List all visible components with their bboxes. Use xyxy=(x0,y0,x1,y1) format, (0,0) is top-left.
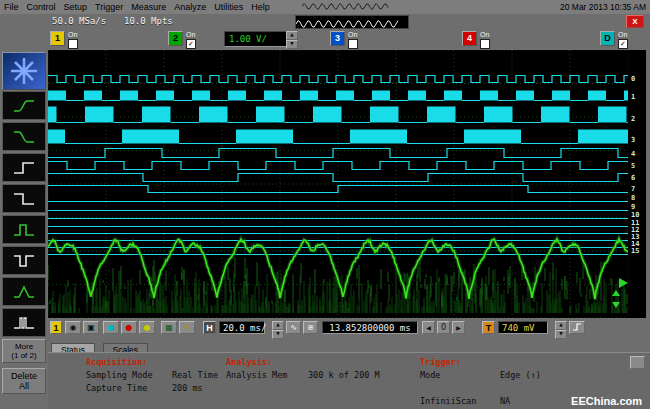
menu-measure[interactable]: Measure xyxy=(127,2,170,12)
delay-field[interactable]: 13.852800000 ms xyxy=(322,321,418,334)
scope-app-icon[interactable] xyxy=(2,52,46,90)
sidebar-toolbar: More (1 of 2) Delete All xyxy=(0,50,48,409)
horizontal-section-chip[interactable]: H xyxy=(203,321,216,334)
digital-channel-label-15: 15 xyxy=(631,247,645,255)
channel-2-scale-field[interactable]: 1.00 V/ xyxy=(224,31,288,47)
digital-channel-label-0: 0 xyxy=(631,75,645,83)
capture-time-label: Capture Time xyxy=(86,382,172,395)
digital-channel-label-9: 9 xyxy=(631,203,645,211)
burst-pulse-icon xyxy=(9,314,39,332)
menu-analyze[interactable]: Analyze xyxy=(170,2,210,12)
menu-setup[interactable]: Setup xyxy=(60,2,92,12)
menu-utilities[interactable]: Utilities xyxy=(210,2,247,12)
digital-checkbox[interactable]: ✓ xyxy=(618,39,628,49)
channel-4-button[interactable]: 4 xyxy=(462,31,477,46)
burst-pulse-tool-button[interactable] xyxy=(2,308,46,337)
channel-2-on-label: On xyxy=(186,31,195,39)
smooth-rise-tool-button[interactable] xyxy=(2,91,46,120)
channel-1-checkbox[interactable] xyxy=(68,39,78,49)
delay-left-icon[interactable]: ◀ xyxy=(422,321,435,334)
trigger-level-spinner: ▲ ▼ xyxy=(555,321,567,339)
pulse-low-icon xyxy=(9,252,39,270)
delete-all-label-2: All xyxy=(19,381,29,391)
delete-all-button[interactable]: Delete All xyxy=(2,368,46,394)
digital-channel-label-1: 1 xyxy=(631,93,645,101)
menubar: File Control Setup Trigger Measure Analy… xyxy=(0,0,650,15)
analysis-mem-value: 300 k of 200 M xyxy=(308,370,380,380)
timebase-down-icon[interactable]: ▼ xyxy=(272,330,284,339)
search-wave-button[interactable]: ≋ xyxy=(303,321,318,334)
digital-channel-label-8: 8 xyxy=(631,194,645,202)
smooth-fall-tool-button[interactable] xyxy=(2,122,46,151)
datetime-readout: 20 Mar 2013 10:35 AM xyxy=(560,2,650,12)
pulse-high-icon xyxy=(9,221,39,239)
analysis-header: Analysis: xyxy=(226,356,380,369)
channel-3-button[interactable]: 3 xyxy=(330,31,345,46)
sample-rate-readout: 50.0 MSa/s xyxy=(52,16,106,26)
close-button[interactable]: X xyxy=(626,15,644,28)
menu-control[interactable]: Control xyxy=(23,2,60,12)
infiniiscan-value: NA xyxy=(500,396,510,406)
active-channel-chip[interactable]: 1 xyxy=(50,321,62,334)
trigger-mode-label: Mode xyxy=(420,369,500,382)
menu-file[interactable]: File xyxy=(0,2,23,12)
waveform-preview-strip xyxy=(295,15,409,29)
digital-channels-button[interactable]: D xyxy=(600,31,615,46)
trigger-down-icon[interactable]: ▼ xyxy=(555,330,567,339)
trigger-header: Trigger: xyxy=(420,356,541,369)
marker-yellow-button[interactable]: ● xyxy=(139,321,155,334)
trigger-edge-button[interactable] xyxy=(569,321,585,334)
trigger-level-field[interactable]: 740 mV xyxy=(498,321,548,334)
panel-toggle-button[interactable]: ▣ xyxy=(83,321,99,334)
pulse-low-tool-button[interactable] xyxy=(2,246,46,275)
smooth-rise-icon xyxy=(9,97,39,115)
trigger-section-chip[interactable]: T xyxy=(482,321,495,334)
analysis-column: Analysis: Analysis Mem300 k of 200 M xyxy=(226,356,380,382)
delay-right-icon[interactable]: ▶ xyxy=(452,321,465,334)
channel-2-button[interactable]: 2 xyxy=(168,31,183,46)
triangle-pulse-tool-button[interactable] xyxy=(2,277,46,306)
digital-on-label: On xyxy=(618,31,627,39)
zoom-wave-button[interactable]: ∿ xyxy=(286,321,301,334)
marker-red-button[interactable]: ● xyxy=(121,321,137,334)
channel-3-checkbox[interactable] xyxy=(348,39,358,49)
channel-2-scale-spinner: ▲ ▼ xyxy=(286,31,298,49)
waveform-display[interactable]: 0123456789101112131415 xyxy=(48,50,646,318)
bottom-tabs: Status Scales xyxy=(48,339,148,352)
menu-trigger[interactable]: Trigger xyxy=(91,2,127,12)
oscilloscope-app-window: File Control Setup Trigger Measure Analy… xyxy=(0,0,650,409)
channel-bar: 1 On 2 On ✓ 1.00 V/ ▲ ▼ 3 On 4 xyxy=(0,28,650,50)
step-fall-icon xyxy=(9,190,39,208)
channel-1-button[interactable]: 1 xyxy=(50,31,65,46)
timebase-field[interactable]: 20.0 ms/ xyxy=(219,321,265,334)
channel-4-checkbox[interactable] xyxy=(480,39,490,49)
scale-up-icon[interactable]: ▲ xyxy=(286,31,298,40)
screen-capture-button[interactable]: ▦ xyxy=(161,321,177,334)
more-tools-button[interactable]: More (1 of 2) xyxy=(2,339,46,363)
menu-help[interactable]: Help xyxy=(247,2,274,12)
step-rise-tool-button[interactable] xyxy=(2,153,46,182)
knob-assign-button[interactable]: ◉ xyxy=(65,321,81,334)
scale-down-icon[interactable]: ▼ xyxy=(286,40,298,49)
triangle-pulse-icon xyxy=(9,283,39,301)
digital-channel-label-3: 3 xyxy=(631,136,645,144)
acquisition-bar: 50.0 MSa/s 10.0 Mpts X xyxy=(0,14,650,28)
channel-2-checkbox[interactable]: ✓ xyxy=(186,39,196,49)
delay-zero-button[interactable]: 0 xyxy=(437,321,450,334)
panel-options-button[interactable] xyxy=(630,356,645,369)
step-fall-tool-button[interactable] xyxy=(2,184,46,213)
digital-channel-label-7: 7 xyxy=(631,185,645,193)
marker-cyan-button[interactable]: ● xyxy=(103,321,119,334)
channel-2-group: 2 On ✓ xyxy=(168,31,196,49)
brightness-button[interactable]: ✳ xyxy=(179,321,195,334)
trigger-up-icon[interactable]: ▲ xyxy=(555,321,567,330)
digital-channels-group: D On ✓ xyxy=(600,31,628,49)
pulse-high-tool-button[interactable] xyxy=(2,215,46,244)
channel-3-on-label: On xyxy=(348,31,357,39)
digital-channel-label-6: 6 xyxy=(631,174,645,182)
memory-depth-readout: 10.0 Mpts xyxy=(124,16,173,26)
timebase-up-icon[interactable]: ▲ xyxy=(272,321,284,330)
trigger-mode-value: Edge (↑) xyxy=(500,370,541,380)
analysis-mem-label: Analysis Mem xyxy=(226,369,308,382)
channel-3-group: 3 On xyxy=(330,31,358,49)
